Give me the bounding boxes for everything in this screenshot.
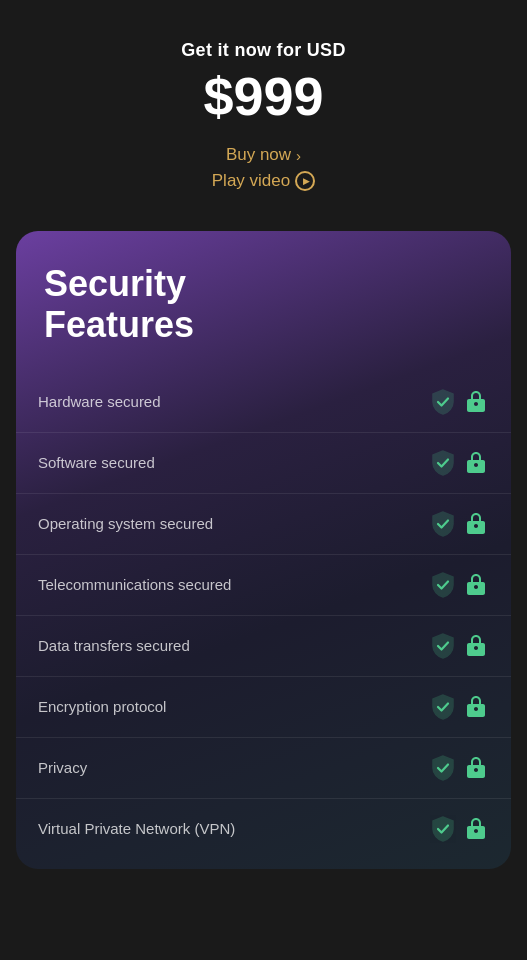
feature-icons [429,754,489,782]
play-circle-icon: ▶ [295,171,315,191]
feature-label: Operating system secured [38,515,213,532]
feature-row-vpn: Virtual Private Network (VPN) [16,799,511,859]
check-shield-icon [429,693,457,721]
lock-icon [463,511,489,537]
check-shield-icon [429,571,457,599]
check-shield-icon [429,449,457,477]
feature-icons [429,449,489,477]
lock-icon [463,572,489,598]
chevron-right-icon: › [296,147,301,164]
check-shield-icon [429,632,457,660]
check-shield-icon [429,815,457,843]
feature-row-privacy: Privacy [16,738,511,799]
lock-icon [463,450,489,476]
feature-icons [429,571,489,599]
feature-row-os: Operating system secured [16,494,511,555]
feature-icons [429,510,489,538]
play-video-label: Play video [212,171,290,191]
feature-row-encryption: Encryption protocol [16,677,511,738]
security-title: Security Features [44,263,483,346]
feature-row-data: Data transfers secured [16,616,511,677]
feature-row-software: Software secured [16,433,511,494]
feature-label: Privacy [38,759,87,776]
buy-now-link[interactable]: Buy now › [226,145,301,165]
lock-icon [463,389,489,415]
lock-icon [463,694,489,720]
feature-icons [429,632,489,660]
price-display: $999 [203,65,323,127]
feature-label: Encryption protocol [38,698,166,715]
buy-now-label: Buy now [226,145,291,165]
feature-row-telecom: Telecommunications secured [16,555,511,616]
card-header: Security Features [16,231,511,362]
get-it-label: Get it now for USD [181,40,345,61]
lock-icon [463,816,489,842]
feature-label: Virtual Private Network (VPN) [38,820,235,837]
header-section: Get it now for USD $999 Buy now › Play v… [0,0,527,221]
lock-icon [463,755,489,781]
feature-icons [429,693,489,721]
play-video-link[interactable]: Play video ▶ [212,171,315,191]
features-list: Hardware secured Software secured [16,362,511,869]
action-links: Buy now › Play video ▶ [212,145,315,191]
feature-label: Telecommunications secured [38,576,231,593]
feature-label: Hardware secured [38,393,161,410]
feature-row-hardware: Hardware secured [16,372,511,433]
lock-icon [463,633,489,659]
feature-label: Data transfers secured [38,637,190,654]
check-shield-icon [429,510,457,538]
feature-icons [429,388,489,416]
check-shield-icon [429,388,457,416]
feature-label: Software secured [38,454,155,471]
feature-icons [429,815,489,843]
security-card: Security Features Hardware secured Softw… [16,231,511,869]
check-shield-icon [429,754,457,782]
